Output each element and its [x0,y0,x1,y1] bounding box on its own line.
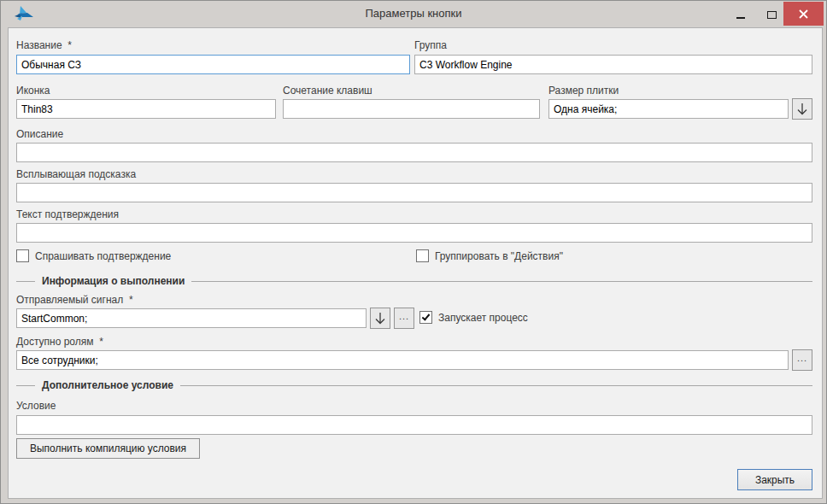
form-panel: Название * Группа Иконка Сочетание клави… [8,27,823,499]
tile-size-input[interactable] [548,99,789,119]
ellipsis-icon: ... [399,311,409,321]
section-extra-condition: Дополнительное условие [16,379,812,391]
compile-condition-button[interactable]: Выполнить компиляцию условия [16,438,200,459]
group-actions-label: Группировать в "Действия" [435,250,563,262]
signal-dropdown-button[interactable] [370,308,390,329]
tile-size-label: Размер плитки [548,85,619,97]
confirm-text-label: Текст подтверждения [16,208,119,220]
close-icon [799,9,808,19]
shortcut-input[interactable] [283,99,540,119]
starts-process-label: Запускает процесс [438,312,528,324]
ask-confirm-checkbox[interactable]: Спрашивать подтверждение [16,249,171,262]
group-label: Группа [414,39,447,51]
separator-line [191,281,812,282]
section-execution: Информация о выполнении [16,275,812,287]
section-extra-condition-title: Дополнительное условие [35,379,180,391]
condition-label: Условие [16,400,56,412]
separator-line [16,281,35,282]
confirm-text-input[interactable] [16,223,812,243]
check-icon [422,312,431,320]
title-bar: Параметры кнопки [1,1,826,27]
minimize-button[interactable] [728,2,754,26]
window-title: Параметры кнопки [1,1,826,25]
close-button[interactable] [783,2,824,26]
tooltip-input[interactable] [16,183,812,202]
section-execution-title: Информация о выполнении [35,275,191,287]
roles-browse-button[interactable]: ... [792,349,812,371]
maximize-icon [767,11,777,19]
shortcut-label: Сочетание клавиш [283,85,372,97]
ask-confirm-label: Спрашивать подтверждение [35,250,171,262]
minimize-icon [736,17,745,19]
down-arrow-icon [374,312,386,325]
icon-input[interactable] [16,99,276,119]
condition-input[interactable] [16,415,812,435]
separator-line [16,385,35,386]
starts-process-checkbox[interactable]: Запускает процесс [419,311,528,324]
separator-line [180,385,812,386]
roles-input[interactable] [16,350,789,370]
close-dialog-button[interactable]: Закрыть [737,469,812,490]
checkbox-box[interactable] [16,249,29,262]
tile-size-dropdown-button[interactable] [792,98,812,120]
dialog-window: Параметры кнопки Название * Группа Иконк… [0,0,827,504]
group-input[interactable] [414,55,812,74]
maximize-button[interactable] [759,2,784,26]
icon-label: Иконка [16,85,50,97]
description-input[interactable] [16,143,812,162]
checkbox-box[interactable] [419,311,432,324]
checkbox-box[interactable] [416,249,429,262]
description-label: Описание [16,128,63,140]
roles-label: Доступно ролям * [16,336,103,348]
signal-input[interactable] [16,308,367,328]
signal-browse-button[interactable]: ... [394,308,414,329]
tooltip-label: Всплывающая подсказка [16,168,136,180]
name-input[interactable] [16,55,410,74]
down-arrow-icon [796,103,808,115]
ellipsis-icon: ... [797,353,807,363]
signal-label: Отправляемый сигнал * [16,294,133,306]
group-actions-checkbox[interactable]: Группировать в "Действия" [416,249,563,262]
name-label: Название * [16,39,72,51]
